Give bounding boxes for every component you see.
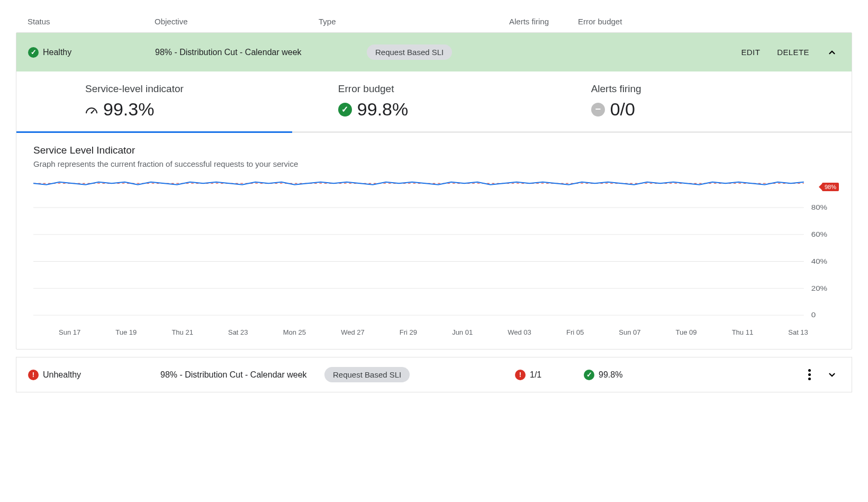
metric-sli-value: 99.3%	[103, 99, 154, 120]
edit-button[interactable]: EDIT	[741, 48, 760, 57]
check-circle-icon: ✓	[584, 370, 594, 380]
sli-chart: 020%40%60%80%	[33, 178, 835, 326]
error-circle-icon: !	[515, 370, 526, 380]
delete-button[interactable]: DELETE	[777, 48, 809, 57]
svg-text:60%: 60%	[811, 230, 828, 238]
budget-value: 99.8%	[599, 370, 622, 380]
svg-point-1	[91, 112, 92, 113]
metric-budget[interactable]: Error budget ✓ 99.8%	[338, 83, 591, 120]
chart-title: Service Level Indicator	[33, 145, 835, 156]
metric-alerts[interactable]: Alerts firing − 0/0	[591, 83, 844, 120]
metric-alerts-value: 0/0	[610, 99, 635, 120]
active-tab-underline	[16, 131, 292, 133]
status-text: Unhealthy	[43, 370, 81, 380]
slo-summary-row[interactable]: ✓ Healthy 98% - Distribution Cut - Calen…	[16, 33, 852, 71]
header-alerts: Alerts firing	[509, 17, 578, 26]
header-budget: Error budget	[578, 17, 684, 26]
svg-text:40%: 40%	[811, 257, 828, 265]
threshold-tag: 98%	[822, 183, 839, 191]
objective-text: 98% - Distribution Cut - Calendar week	[155, 48, 367, 57]
svg-text:80%: 80%	[811, 203, 828, 211]
metrics-row: Service-level indicator 99.3% Error budg…	[16, 71, 852, 133]
slo-summary-row-collapsed[interactable]: ! Unhealthy 98% - Distribution Cut - Cal…	[16, 357, 852, 392]
chart-x-axis: Sun 17Tue 19Thu 21Sat 23Mon 25Wed 27Fri …	[33, 326, 835, 336]
metric-alerts-label: Alerts firing	[591, 83, 844, 95]
chevron-down-icon[interactable]	[826, 369, 838, 381]
header-objective: Objective	[155, 17, 319, 26]
check-circle-icon: ✓	[28, 47, 39, 58]
metric-sli-label: Service-level indicator	[85, 83, 338, 95]
type-badge: Request Based SLI	[367, 44, 452, 60]
alerts-value: 1/1	[530, 370, 541, 380]
check-circle-icon: ✓	[338, 103, 352, 116]
metric-budget-label: Error budget	[338, 83, 591, 95]
slo-card-expanded: ✓ Healthy 98% - Distribution Cut - Calen…	[16, 32, 852, 349]
metric-budget-value: 99.8%	[357, 99, 408, 120]
svg-text:0: 0	[811, 311, 816, 319]
type-badge: Request Based SLI	[324, 367, 410, 382]
gauge-icon	[85, 104, 98, 115]
error-circle-icon: !	[28, 370, 39, 380]
minus-circle-icon: −	[591, 103, 605, 116]
chart-subtitle: Graph represents the current fraction of…	[33, 159, 835, 168]
objective-text: 98% - Distribution Cut - Calendar week	[160, 370, 309, 380]
status-text: Healthy	[43, 48, 71, 57]
svg-text:20%: 20%	[811, 284, 828, 292]
metric-sli[interactable]: Service-level indicator 99.3%	[85, 83, 338, 120]
table-header: Status Objective Type Alerts firing Erro…	[16, 11, 852, 32]
chart-section: Service Level Indicator Graph represents…	[16, 133, 852, 349]
header-type: Type	[319, 17, 509, 26]
chart-area: 020%40%60%80% 98%	[33, 178, 835, 326]
chevron-up-icon[interactable]	[826, 47, 838, 58]
more-options-icon[interactable]	[804, 367, 815, 382]
header-status: Status	[28, 17, 155, 26]
